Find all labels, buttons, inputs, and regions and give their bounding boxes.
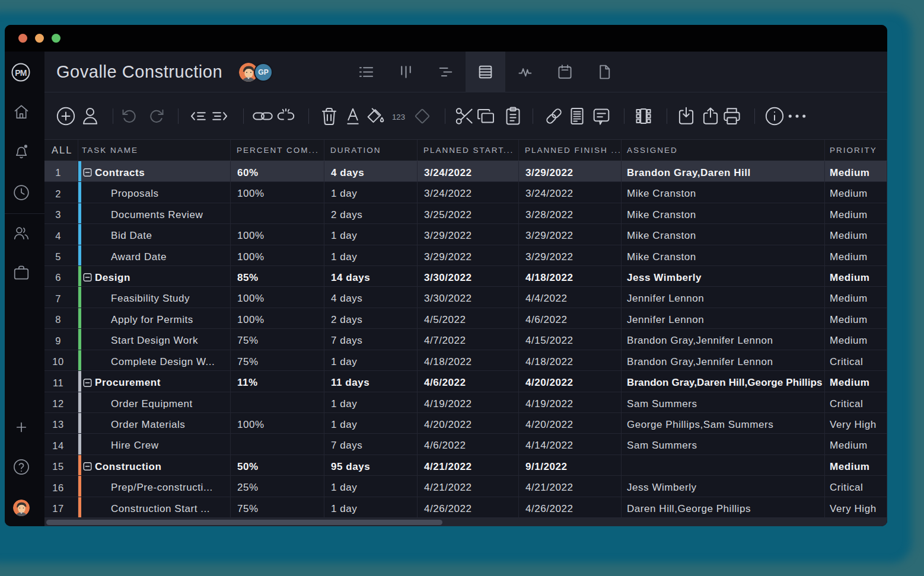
svg-text:123: 123 xyxy=(392,113,405,121)
